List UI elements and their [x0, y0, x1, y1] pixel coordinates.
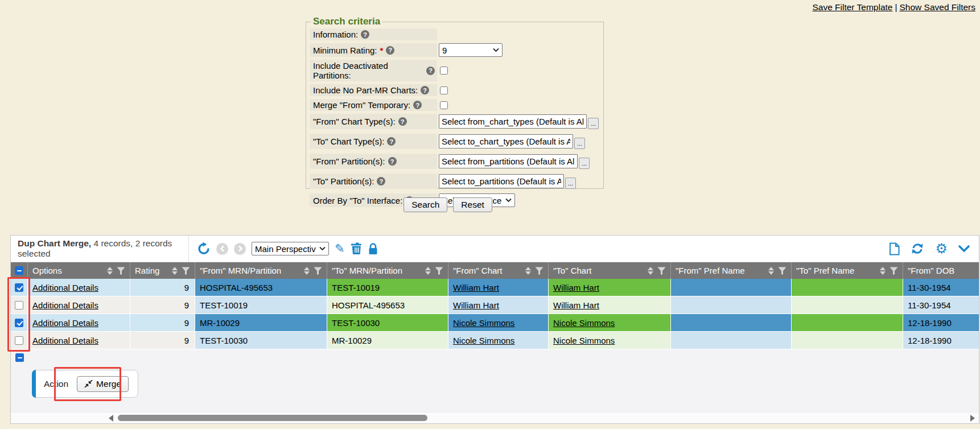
form-row-merge-from-temporary: Merge "From" Temporary:: [310, 99, 599, 111]
scrollbar-thumb[interactable]: [118, 415, 427, 421]
scroll-right-arrow-icon[interactable]: [970, 415, 975, 422]
help-icon[interactable]: [413, 101, 422, 109]
to-chart-types-picker-button[interactable]: ...: [574, 138, 585, 149]
sort-icon[interactable]: [107, 267, 113, 275]
new-document-icon[interactable]: [889, 242, 900, 255]
reset-button[interactable]: Reset: [453, 197, 492, 212]
form-row-to-chart-types: "To" Chart Type(s): ...: [310, 134, 599, 149]
perspective-select[interactable]: Main Perspective: [252, 242, 329, 255]
to-pref-name-cell: [792, 279, 903, 296]
to-chart-types-input[interactable]: [439, 134, 573, 148]
from-chart-link[interactable]: William Hart: [453, 300, 499, 310]
help-icon[interactable]: [388, 157, 397, 166]
additional-details-link[interactable]: Additional Details: [32, 300, 98, 310]
previous-icon[interactable]: [216, 243, 228, 255]
column-header[interactable]: "From" DOB: [903, 262, 979, 279]
sort-icon[interactable]: [425, 267, 431, 275]
row-checkbox[interactable]: [15, 283, 23, 292]
include-no-part-mr-charts-checkbox[interactable]: [440, 86, 448, 94]
from-chart-link[interactable]: William Hart: [453, 283, 499, 292]
search-button[interactable]: Search: [403, 197, 447, 212]
column-header[interactable]: Rating: [130, 262, 195, 279]
to-chart-link[interactable]: William Hart: [553, 283, 599, 292]
column-header-label: Rating: [135, 266, 159, 275]
filter-funnel-icon[interactable]: [314, 267, 322, 275]
sort-icon[interactable]: [525, 267, 531, 275]
sort-icon[interactable]: [768, 267, 774, 275]
to-partitions-label: "To" Partition(s):: [310, 174, 437, 189]
help-icon[interactable]: [421, 86, 429, 94]
refresh-icon[interactable]: [911, 242, 924, 255]
help-icon[interactable]: [361, 30, 369, 39]
delete-trash-icon[interactable]: [351, 242, 362, 255]
edit-pencil-icon[interactable]: ✎: [335, 243, 345, 255]
filter-funnel-icon[interactable]: [890, 267, 898, 275]
from-chart-types-input[interactable]: [439, 114, 587, 129]
help-icon[interactable]: [426, 67, 435, 75]
minimum-rating-select[interactable]: 9: [439, 43, 503, 57]
include-deactivated-partitions-checkbox[interactable]: [440, 67, 448, 75]
sort-icon[interactable]: [304, 267, 310, 275]
to-partitions-picker-button[interactable]: ...: [565, 178, 576, 189]
sort-icon[interactable]: [172, 267, 178, 275]
column-header-label: "From" Chart: [453, 266, 503, 275]
from-chart-link[interactable]: Nicole Simmons: [453, 318, 514, 328]
row-checkbox[interactable]: [15, 336, 23, 345]
to-chart-link[interactable]: Nicole Simmons: [553, 336, 615, 345]
next-icon[interactable]: [234, 243, 246, 255]
help-icon[interactable]: [386, 46, 394, 55]
column-header[interactable]: "From" Pref Name: [671, 262, 792, 279]
to-partitions-input[interactable]: [439, 174, 564, 188]
column-header[interactable]: "From" MRN/Partition: [195, 262, 327, 279]
from-partitions-input[interactable]: [439, 154, 578, 168]
to-chart-link[interactable]: Nicole Simmons: [553, 318, 615, 328]
additional-details-link[interactable]: Additional Details: [32, 283, 98, 292]
label-text: "From" Chart Type(s):: [313, 117, 396, 126]
help-icon[interactable]: [387, 137, 396, 146]
merge-from-temporary-checkbox[interactable]: [440, 101, 448, 109]
to-chart-cell: William Hart: [549, 296, 671, 314]
filter-funnel-icon[interactable]: [778, 267, 787, 275]
label-text: "To" Partition(s):: [313, 176, 374, 186]
column-header[interactable]: "From" Chart: [448, 262, 549, 279]
select-all-checkbox[interactable]: [15, 266, 23, 275]
row-checkbox[interactable]: [15, 301, 23, 310]
scroll-left-arrow-icon[interactable]: [109, 415, 113, 422]
from-chart-types-picker-button[interactable]: ...: [588, 118, 599, 129]
lock-icon[interactable]: [368, 242, 378, 255]
undo-icon[interactable]: [197, 242, 211, 255]
column-header[interactable]: Options: [28, 262, 130, 279]
filter-funnel-icon[interactable]: [657, 267, 666, 275]
grid-footer: Action Merge: [11, 349, 979, 410]
from-chart-cell: William Hart: [448, 279, 549, 296]
collapse-chevron-icon[interactable]: [958, 245, 970, 253]
show-saved-filters-link[interactable]: Show Saved Filters: [899, 2, 975, 12]
filter-funnel-icon[interactable]: [435, 267, 443, 275]
help-icon[interactable]: [377, 177, 385, 185]
filter-funnel-icon[interactable]: [117, 267, 125, 275]
column-header[interactable]: "To" Chart: [549, 262, 671, 279]
from-chart-link[interactable]: Nicole Simmons: [453, 336, 514, 345]
column-header[interactable]: "To" Pref Name: [792, 262, 903, 279]
select-all-header-cell: [11, 262, 28, 279]
settings-gear-icon[interactable]: ⚙: [935, 242, 948, 255]
horizontal-scrollbar[interactable]: [11, 412, 979, 423]
column-header-label: "To" Chart: [553, 266, 591, 275]
filter-funnel-icon[interactable]: [535, 267, 543, 275]
to-chart-link[interactable]: William Hart: [553, 300, 599, 310]
to-mrn-value: TEST-10030: [332, 318, 380, 328]
row-checkbox[interactable]: [15, 319, 23, 327]
additional-details-link[interactable]: Additional Details: [32, 318, 98, 328]
help-icon[interactable]: [398, 117, 407, 126]
sort-icon[interactable]: [648, 267, 653, 275]
table-row: Additional Details 9 TEST-10019 HOSPITAL…: [11, 296, 979, 314]
filter-funnel-icon[interactable]: [182, 267, 190, 275]
sort-icon[interactable]: [880, 267, 886, 275]
column-header[interactable]: "To" MRN/Partition: [327, 262, 448, 279]
select-all-footer-checkbox[interactable]: [15, 353, 24, 362]
form-row-from-chart-types: "From" Chart Type(s): ...: [310, 114, 599, 129]
merge-button[interactable]: Merge: [77, 376, 129, 392]
from-partitions-picker-button[interactable]: ...: [579, 158, 590, 169]
additional-details-link[interactable]: Additional Details: [32, 336, 98, 345]
save-filter-template-link[interactable]: Save Filter Template: [812, 2, 892, 12]
